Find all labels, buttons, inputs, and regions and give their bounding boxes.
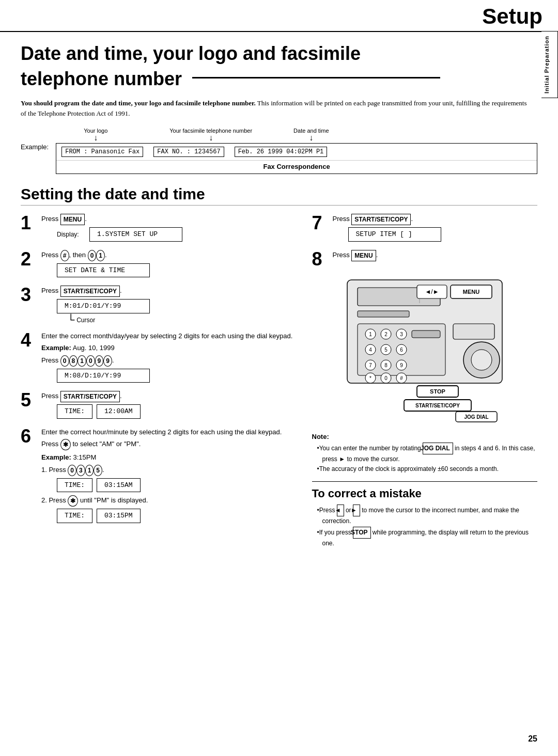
start-key-7: START/SET/COPY — [351, 214, 411, 225]
page-header: Setup — [0, 0, 558, 32]
fax-machine-illustration: MENU ◄/► 1 2 3 4 — [312, 275, 538, 424]
section-heading: Setting the date and time — [21, 185, 537, 206]
date-field: Feb. 26 1999 04:02PM P1 — [235, 147, 328, 157]
hash-key: # — [60, 250, 69, 261]
fax-correspondence-label: Fax Correspondence — [56, 161, 537, 174]
stop-key-correct: STOP — [353, 527, 370, 539]
page-number: 25 — [528, 734, 537, 744]
step-5-content: Press START/SET/COPY. TIME: 12:00AM — [41, 391, 297, 421]
step-5: 5 Press START/SET/COPY. TIME: 12:00AM — [21, 391, 297, 421]
step-6-sub1: 1. Press 0315. — [41, 465, 297, 476]
time-label-6b: TIME: — [57, 509, 92, 523]
svg-text:8: 8 — [384, 363, 388, 368]
cursor-label: Cursor — [76, 316, 95, 325]
svg-rect-15 — [412, 330, 440, 338]
correct-heading: To correct a mistake — [312, 487, 538, 500]
svg-text:START/SET/COPY: START/SET/COPY — [415, 403, 460, 408]
s6k0: 0 — [68, 465, 76, 476]
step-4-number: 4 — [21, 331, 41, 350]
right-column: 7 Press START/SET/COPY. SETUP ITEM [ ] 8… — [312, 214, 538, 548]
step-4-text: Enter the correct month/day/year by sele… — [41, 331, 297, 341]
step-2-text: Press #, then 01. — [41, 250, 297, 261]
note-item-2: •The accuracy of the clock is approximat… — [317, 464, 538, 474]
k1: 1 — [78, 355, 86, 367]
display-label-1: Display: — [57, 230, 85, 239]
key-0: 0 — [88, 250, 97, 261]
svg-text:6: 6 — [400, 347, 403, 353]
svg-text:2: 2 — [384, 332, 388, 337]
note-title: Note: — [312, 432, 538, 443]
step-5-text: Press START/SET/COPY. — [41, 391, 297, 402]
s6k3: 3 — [76, 465, 85, 476]
step-3-number: 3 — [21, 286, 41, 304]
svg-text:MENU: MENU — [463, 289, 479, 295]
page-heading: Date and time, your logo and facsimile t… — [21, 42, 537, 90]
step-1-content: Press MENU. Display: 1.SYSTEM SET UP — [41, 214, 297, 244]
step-6-am-pm: Press ✱ to select "AM" or "PM". — [41, 439, 297, 450]
svg-text:0: 0 — [384, 375, 388, 381]
from-field: FROM : Panasonic Fax — [61, 147, 143, 157]
step-7-content: Press START/SET/COPY. SETUP ITEM [ ] — [333, 214, 538, 244]
svg-text:*: * — [369, 375, 371, 381]
left-arrow-key: ◄ — [337, 505, 344, 516]
s6k1: 1 — [85, 465, 94, 476]
star-key: ✱ — [60, 439, 71, 450]
step-2: 2 Press #, then 01. SET DATE & TIME — [21, 250, 297, 280]
step-8-text: Press MENU. — [333, 250, 538, 261]
step-4-keys: Press 081099. — [41, 355, 297, 367]
step-6-number: 6 — [21, 427, 41, 446]
side-tab-label: Initial Preparation — [541, 31, 558, 98]
time-label-6a: TIME: — [57, 478, 92, 493]
note-item-1: •You can enter the number by rotating JO… — [317, 443, 538, 464]
s6k5: 5 — [94, 465, 102, 476]
step-4-example: Example: Aug. 10, 1999 — [41, 343, 297, 353]
svg-text:1: 1 — [369, 332, 372, 337]
step-6-sub2: 2. Press ✱ until "PM" is displayed. — [41, 495, 297, 507]
step-6-content: Enter the correct hour/minute by selecti… — [41, 427, 297, 525]
step-1-number: 1 — [21, 214, 41, 232]
left-column: 1 Press MENU. Display: 1.SYSTEM SET UP 2 — [21, 214, 297, 531]
step-6-text: Enter the correct hour/minute by selecti… — [41, 427, 297, 437]
k9: 9 — [95, 355, 104, 367]
jog-dial-key-note: JOG DIAL — [423, 443, 453, 454]
main-content: Date and time, your logo and facsimile t… — [0, 32, 558, 559]
step-3-content: Press START/SET/COPY. M:01/D:01/Y:99 └ C… — [41, 286, 297, 325]
step-7: 7 Press START/SET/COPY. SETUP ITEM [ ] — [312, 214, 538, 244]
step-3-display: M:01/D:01/Y:99 — [57, 299, 297, 313]
step-6-display2: TIME: 03:15PM — [57, 509, 297, 523]
fax-machine-svg: MENU ◄/► 1 2 3 4 — [337, 275, 513, 424]
correct-item-1: •Press ◄ or ► to move the cursor to the … — [317, 505, 538, 526]
intro-paragraph: You should program the date and time, yo… — [21, 98, 527, 118]
step-3-text: Press START/SET/COPY. — [41, 286, 297, 297]
step-8-content: Press MENU. — [333, 250, 538, 263]
menu-key-1: MENU — [60, 214, 85, 225]
step-2-display: SET DATE & TIME — [57, 263, 297, 278]
correct-item-2: •If you press STOP while programming, th… — [317, 527, 538, 548]
start-key-3: START/SET/COPY — [60, 286, 120, 297]
step-4-content: Enter the correct month/day/year by sele… — [41, 331, 297, 385]
step-2-number: 2 — [21, 250, 41, 269]
example-section: Example: Your logo ↓ Your facsimile tele… — [21, 128, 537, 174]
svg-text:7: 7 — [369, 363, 372, 368]
example-label: Example: — [21, 143, 49, 151]
start-key-5: START/SET/COPY — [60, 391, 120, 402]
step-1-text: Press MENU. — [41, 214, 297, 225]
step-6: 6 Enter the correct hour/minute by selec… — [21, 427, 297, 525]
right-arrow-key: ► — [353, 505, 360, 516]
step-7-display: SETUP ITEM [ ] — [348, 227, 538, 242]
display-value-4: M:08/D:10/Y:99 — [57, 369, 150, 383]
svg-point-36 — [471, 350, 492, 370]
example-box: FROM : Panasonic Fax FAX NO. : 1234567 F… — [56, 143, 537, 174]
step-5-display: TIME: 12:00AM — [57, 404, 297, 419]
svg-text:◄/►: ◄/► — [425, 288, 439, 295]
page-heading-line1: Date and time, your logo and facsimile — [21, 42, 537, 65]
time-label-5: TIME: — [57, 404, 92, 419]
svg-text:3: 3 — [400, 332, 403, 337]
step-2-content: Press #, then 01. SET DATE & TIME — [41, 250, 297, 280]
display-value-6b: 03:15PM — [97, 509, 141, 523]
svg-text:JOG DIAL: JOG DIAL — [464, 414, 488, 420]
step-7-text: Press START/SET/COPY. — [333, 214, 538, 225]
svg-text:STOP: STOP — [430, 388, 445, 395]
key-1: 1 — [96, 250, 105, 261]
k0b: 0 — [86, 355, 95, 367]
